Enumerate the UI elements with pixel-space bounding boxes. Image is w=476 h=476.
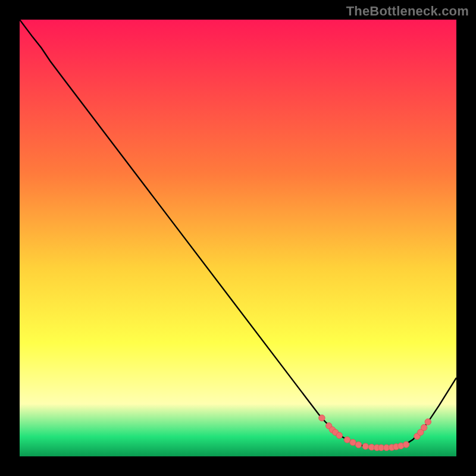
- data-marker: [319, 415, 325, 421]
- gradient-background: [20, 20, 456, 456]
- data-marker: [403, 441, 409, 447]
- data-marker: [355, 441, 361, 447]
- watermark-text: TheBottleneck.com: [346, 4, 469, 19]
- data-marker: [336, 433, 342, 439]
- plot-area: [20, 20, 456, 456]
- data-marker: [350, 439, 356, 445]
- data-marker: [425, 419, 431, 425]
- data-marker: [421, 424, 427, 430]
- chart-container: TheBottleneck.com: [0, 0, 476, 476]
- chart-svg: [20, 20, 456, 456]
- data-marker: [362, 443, 368, 449]
- data-marker: [344, 437, 350, 443]
